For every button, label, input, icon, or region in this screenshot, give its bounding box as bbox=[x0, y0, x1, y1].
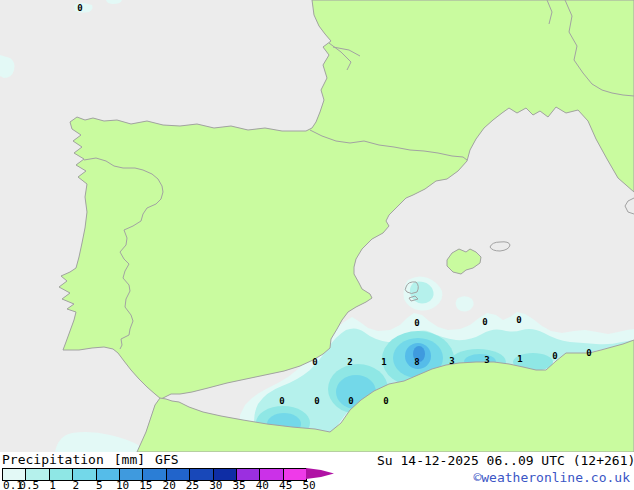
colorbar-tick: 5 bbox=[96, 480, 103, 490]
colorbar-tick: 45 bbox=[279, 480, 292, 490]
colorbar-tick: 15 bbox=[139, 480, 152, 490]
legend-bar: Precipitation[mm]GFS Su 14-12-2025 06..0… bbox=[0, 452, 634, 490]
colorbar-tick: 50 bbox=[302, 480, 315, 490]
colorbar-ticks: 0.10.5125101520253035404550 bbox=[0, 480, 340, 490]
colorbar-tick: 40 bbox=[256, 480, 269, 490]
colorbar-tick: 25 bbox=[186, 480, 199, 490]
colorbar-tick: 10 bbox=[116, 480, 129, 490]
colorbar-tick: 30 bbox=[209, 480, 222, 490]
colorbar-tick: 1 bbox=[49, 480, 56, 490]
legend-title: Precipitation bbox=[2, 452, 104, 467]
colorbar-tick: 35 bbox=[232, 480, 245, 490]
footer-datetime: Su 14-12-2025 06..09 UTC (12+261) bbox=[377, 453, 634, 468]
colorbar-tick: 2 bbox=[73, 480, 80, 490]
colorbar-tick: 20 bbox=[163, 480, 176, 490]
legend-model: GFS bbox=[155, 452, 178, 467]
precipitation-map: 00000218331000000 bbox=[0, 0, 634, 452]
legend-unit: [mm] bbox=[114, 452, 145, 467]
copyright-link[interactable]: ©weatheronline.co.uk bbox=[473, 470, 630, 485]
map-svg bbox=[0, 0, 634, 452]
precip-level-10 bbox=[413, 346, 425, 362]
colorbar-tick: 0.5 bbox=[19, 480, 39, 490]
legend-title-row: Precipitation[mm]GFS bbox=[2, 452, 179, 467]
weather-map-page: 00000218331000000 Precipitation[mm]GFS S… bbox=[0, 0, 634, 490]
